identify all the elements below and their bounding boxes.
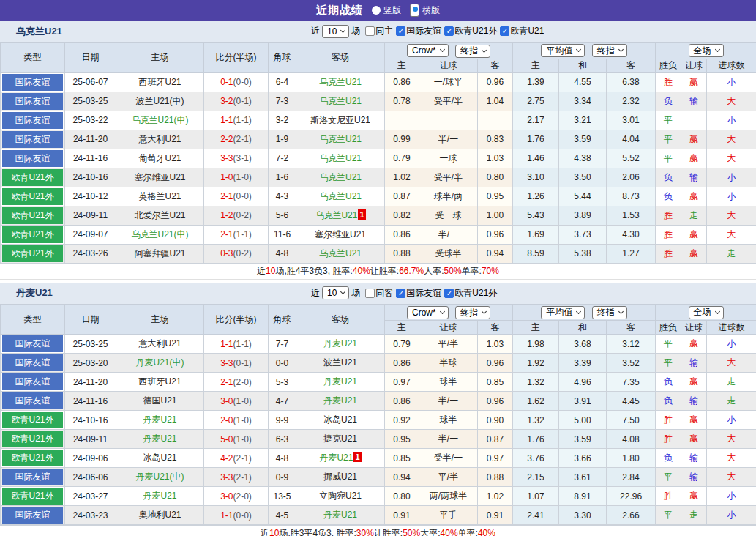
away-team[interactable]: 丹麦U211 (296, 449, 385, 468)
home-team[interactable]: 意大利U21 (116, 335, 204, 354)
match-count-select[interactable]: 10 (322, 25, 349, 38)
home-team[interactable]: 德国U21 (116, 392, 204, 411)
home-team-name[interactable]: 塞尔维亚U21 (134, 172, 185, 182)
match-count-select[interactable]: 10 (322, 286, 349, 299)
away-team[interactable]: 乌克兰U211 (296, 206, 385, 225)
away-team-name[interactable]: 挪威U21 (323, 472, 357, 482)
home-team-name[interactable]: 乌克兰U21(中) (131, 229, 188, 239)
odds-time-select-2[interactable]: 终指 (592, 44, 627, 57)
checkbox-checked-icon[interactable]: ✓ (396, 26, 405, 36)
away-team-name[interactable]: 乌克兰U21 (319, 134, 362, 144)
filter-checkbox[interactable]: 同客 (365, 287, 393, 299)
odds-time-select-2[interactable]: 终指 (592, 306, 627, 319)
checkbox-unchecked-icon[interactable] (365, 26, 375, 36)
home-team[interactable]: 西班牙U21 (116, 72, 204, 92)
home-team-name[interactable]: 丹麦U21(中) (135, 472, 184, 482)
radio-selected-icon[interactable] (410, 4, 419, 17)
home-team[interactable]: 丹麦U21 (116, 487, 204, 506)
away-team-name[interactable]: 丹麦U21 (323, 395, 357, 406)
home-team-name[interactable]: 意大利U21 (138, 134, 181, 144)
average-select[interactable]: 平均值 (541, 44, 585, 57)
home-team-name[interactable]: 西班牙U21 (138, 376, 181, 387)
home-team-name[interactable]: 阿塞拜疆U21 (134, 248, 185, 258)
home-team[interactable]: 意大利U21 (116, 130, 204, 149)
away-team[interactable]: 挪威U21 (296, 468, 385, 487)
home-team-name[interactable]: 西班牙U21 (138, 77, 181, 87)
away-team-name[interactable]: 乌克兰U21 (319, 191, 362, 201)
away-team[interactable]: 乌克兰U21 (296, 187, 385, 206)
checkbox-unchecked-icon[interactable] (365, 289, 375, 298)
home-team[interactable]: 冰岛U21 (116, 449, 204, 468)
away-team[interactable]: 乌克兰U21 (296, 244, 385, 263)
filter-checkbox[interactable]: ✓欧青U21外 (444, 287, 497, 299)
away-team[interactable]: 丹麦U21 (296, 335, 385, 354)
away-team-name[interactable]: 乌克兰U21 (319, 248, 362, 258)
away-team-name[interactable]: 乌克兰U21 (319, 153, 362, 163)
away-team-name[interactable]: 乌克兰U21 (319, 172, 362, 182)
away-team-name[interactable]: 捷克U21 (323, 433, 357, 444)
odds-time-select[interactable]: 终指 (455, 306, 490, 319)
home-team-name[interactable]: 奥地利U21 (138, 510, 181, 520)
home-team-name[interactable]: 丹麦U21(中) (135, 357, 184, 368)
average-select[interactable]: 平均值 (541, 306, 585, 319)
home-team[interactable]: 阿塞拜疆U21 (116, 244, 204, 263)
away-team[interactable]: 乌克兰U21 (296, 168, 385, 187)
home-team[interactable]: 丹麦U21 (116, 411, 204, 430)
home-team-name[interactable]: 波兰U21(中) (135, 96, 184, 106)
away-team-name[interactable]: 波兰U21 (323, 357, 357, 368)
away-team-name[interactable]: 塞尔维亚U21 (315, 229, 366, 239)
home-team-name[interactable]: 葡萄牙U21 (138, 153, 181, 163)
home-team-name[interactable]: 乌克兰U21(中) (131, 115, 188, 125)
home-team-name[interactable]: 北爱尔兰U21 (134, 210, 185, 220)
home-team[interactable]: 西班牙U21 (116, 373, 204, 392)
home-team-name[interactable]: 意大利U21 (138, 338, 181, 349)
away-team-name[interactable]: 乌克兰U21 (315, 210, 357, 220)
away-team-name[interactable]: 立陶宛U21 (319, 491, 362, 501)
filter-checkbox[interactable]: 同主 (365, 25, 393, 37)
full-match-select[interactable]: 全场 (689, 306, 724, 319)
away-team[interactable]: 丹麦U21 (296, 373, 385, 392)
checkbox-checked-icon[interactable]: ✓ (444, 289, 454, 298)
radio-icon[interactable] (372, 6, 381, 15)
home-team-name[interactable]: 丹麦U21 (143, 414, 176, 425)
checkbox-checked-icon[interactable]: ✓ (500, 26, 509, 36)
away-team[interactable]: 乌克兰U21 (296, 72, 385, 92)
away-team[interactable]: 乌克兰U21 (296, 130, 385, 149)
checkbox-checked-icon[interactable]: ✓ (444, 26, 454, 36)
away-team[interactable]: 乌克兰U21 (296, 92, 385, 111)
home-team[interactable]: 丹麦U21(中) (116, 354, 204, 373)
away-team-name[interactable]: 乌克兰U21 (319, 77, 362, 87)
away-team[interactable]: 塞尔维亚U21 (296, 225, 385, 244)
away-team-name[interactable]: 丹麦U21 (323, 338, 357, 349)
bookmaker-select[interactable]: Crow* (407, 44, 449, 57)
home-team[interactable]: 波兰U21(中) (116, 92, 204, 111)
home-team[interactable]: 丹麦U21 (116, 430, 204, 449)
filter-checkbox[interactable]: ✓国际友谊 (396, 25, 441, 37)
home-team-name[interactable]: 英格兰U21 (138, 191, 181, 201)
odds-time-select[interactable]: 终指 (455, 45, 490, 58)
away-team-name[interactable]: 乌克兰U21 (319, 96, 362, 106)
home-team-name[interactable]: 冰岛U21 (143, 453, 176, 463)
filter-checkbox[interactable]: ✓欧青U21外 (444, 25, 497, 37)
home-team[interactable]: 北爱尔兰U21 (116, 206, 204, 225)
filter-checkbox[interactable]: ✓欧青U21 (500, 25, 544, 37)
away-team-name[interactable]: 丹麦U21 (323, 376, 357, 387)
away-team[interactable]: 捷克U21 (296, 430, 385, 449)
away-team[interactable]: 丹麦U21 (296, 392, 385, 411)
away-team-name[interactable]: 冰岛U21 (323, 414, 357, 425)
radio-vertical-layout[interactable]: 竖版 (372, 4, 401, 17)
filter-checkbox[interactable]: ✓国际友谊 (396, 287, 441, 299)
away-team[interactable]: 斯洛文尼亚U21 (296, 111, 385, 130)
home-team[interactable]: 葡萄牙U21 (116, 149, 204, 168)
home-team[interactable]: 乌克兰U21(中) (116, 111, 204, 130)
home-team-name[interactable]: 德国U21 (143, 395, 176, 406)
away-team-name[interactable]: 斯洛文尼亚U21 (310, 115, 370, 125)
checkbox-checked-icon[interactable]: ✓ (396, 289, 405, 298)
home-team[interactable]: 塞尔维亚U21 (116, 168, 204, 187)
home-team[interactable]: 英格兰U21 (116, 187, 204, 206)
away-team-name[interactable]: 丹麦U21 (323, 510, 357, 520)
home-team-name[interactable]: 丹麦U21 (143, 433, 176, 444)
radio-horizontal-layout[interactable]: 横版 (410, 4, 440, 17)
away-team[interactable]: 立陶宛U21 (296, 487, 385, 506)
bookmaker-select[interactable]: Crow* (407, 306, 449, 319)
